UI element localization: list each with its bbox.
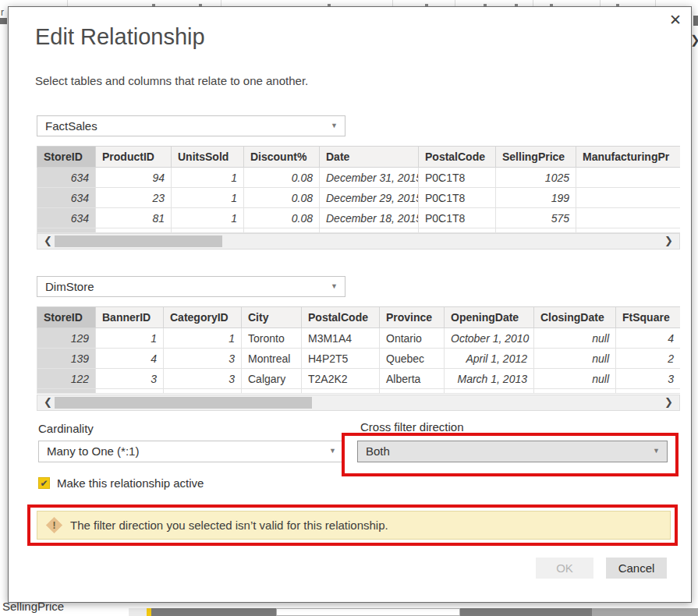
- table-cell[interactable]: 199: [496, 188, 576, 208]
- table-cell[interactable]: P0C1T8: [419, 208, 496, 228]
- column-header-postalcode[interactable]: PostalCode: [302, 307, 380, 328]
- table-cell[interactable]: 1: [96, 328, 164, 349]
- table-cell[interactable]: Quebec: [380, 349, 445, 369]
- column-header-province[interactable]: Province: [380, 307, 445, 328]
- table1-preview: StoreIDProductIDUnitsSoldDiscount%DatePo…: [37, 146, 680, 233]
- cardinality-label: Cardinality: [38, 422, 94, 435]
- scrollbar-thumb[interactable]: [55, 235, 222, 247]
- table-cell[interactable]: 4: [96, 349, 164, 369]
- table-cell[interactable]: Toronto: [242, 328, 302, 349]
- table-cell[interactable]: 634: [37, 168, 96, 188]
- column-header-storeid[interactable]: StoreID: [37, 147, 96, 168]
- cardinality-value: Many to One (*:1): [47, 444, 139, 458]
- table-cell[interactable]: 3: [164, 349, 242, 369]
- column-header-manufacturingpr[interactable]: ManufacturingPr: [576, 147, 681, 168]
- column-header-productid[interactable]: ProductID: [96, 147, 172, 168]
- table-cell[interactable]: Ontario: [380, 328, 445, 349]
- column-header-postalcode[interactable]: PostalCode: [419, 147, 496, 168]
- active-relationship-label: Make this relationship active: [57, 476, 204, 490]
- table-cell[interactable]: December 18, 2015: [320, 208, 419, 228]
- table-cell[interactable]: 634: [37, 188, 96, 208]
- table-cell[interactable]: 0.08: [244, 188, 320, 208]
- table-cell[interactable]: 94: [96, 168, 172, 188]
- background-bar-segment: [151, 608, 276, 616]
- table-cell[interactable]: Montreal: [242, 349, 302, 369]
- table-cell[interactable]: April 1, 2012: [445, 349, 534, 369]
- table-cell[interactable]: 129: [37, 328, 96, 349]
- table-cell[interactable]: Calgary: [242, 369, 302, 389]
- chevron-down-icon: ▼: [329, 441, 336, 461]
- column-header-closingdate[interactable]: ClosingDate: [534, 307, 616, 328]
- chevron-down-icon: ▼: [331, 116, 338, 136]
- table-cell[interactable]: 139: [37, 349, 96, 369]
- table1-scrollbar[interactable]: ❮ ❯: [37, 233, 680, 250]
- table-cell[interactable]: T2A2K2: [302, 369, 380, 389]
- table-cell[interactable]: 3: [96, 369, 164, 389]
- scroll-left-icon[interactable]: ❮: [44, 396, 52, 408]
- scroll-right-icon[interactable]: ❯: [664, 235, 673, 246]
- table-cell[interactable]: March 1, 2013: [445, 369, 534, 389]
- table2-select[interactable]: DimStore ▼: [37, 276, 345, 297]
- active-relationship-row: ✔ Make this relationship active: [38, 476, 204, 490]
- column-header-bannerid[interactable]: BannerID: [96, 307, 164, 328]
- column-header-storeid[interactable]: StoreID: [37, 307, 96, 328]
- table-cell[interactable]: 1: [172, 188, 244, 208]
- table-cell[interactable]: [576, 168, 681, 188]
- chevron-down-icon: ▼: [653, 441, 660, 461]
- table-cell[interactable]: 122: [37, 369, 96, 389]
- table-cell[interactable]: H4P2T5: [302, 349, 380, 369]
- scroll-left-icon[interactable]: ❮: [44, 235, 52, 246]
- ok-button[interactable]: OK: [536, 558, 593, 579]
- table-cell[interactable]: 23: [96, 188, 172, 208]
- table-row: 6348110.08December 18, 2015P0C1T8575: [37, 208, 681, 228]
- column-header-date[interactable]: Date: [320, 147, 419, 168]
- table-cell[interactable]: December 29, 2015: [320, 188, 419, 208]
- column-header-ftsquare[interactable]: FtSquare: [616, 307, 681, 328]
- cross-filter-select[interactable]: Both ▼: [357, 441, 668, 462]
- table2-scrollbar[interactable]: ❮ ❯: [37, 395, 680, 411]
- table1-select[interactable]: FactSales ▼: [37, 115, 345, 136]
- table-cell[interactable]: Alberta: [380, 369, 445, 389]
- background-text-fragment: r: [1, 7, 4, 18]
- scroll-right-icon[interactable]: ❯: [664, 396, 673, 408]
- column-header-openingdate[interactable]: OpeningDate: [445, 307, 534, 328]
- table-cell[interactable]: October 1, 2010: [445, 328, 534, 349]
- table-cell[interactable]: 0.08: [244, 168, 320, 188]
- table-cell[interactable]: null: [534, 369, 616, 389]
- table-cell[interactable]: 1: [172, 208, 244, 228]
- table-cell[interactable]: 575: [496, 208, 576, 228]
- column-header-city[interactable]: City: [242, 307, 302, 328]
- table-cell[interactable]: December 31, 2015: [320, 168, 419, 188]
- table-cell[interactable]: M3M1A4: [302, 328, 380, 349]
- table-cell[interactable]: 1: [164, 328, 242, 349]
- chevron-down-icon: ▼: [331, 277, 338, 296]
- table-cell[interactable]: 3: [164, 369, 242, 389]
- cardinality-select[interactable]: Many to One (*:1) ▼: [38, 441, 344, 462]
- table-cell[interactable]: 0.08: [244, 208, 320, 228]
- table-cell[interactable]: 634: [37, 208, 96, 228]
- column-header-sellingprice[interactable]: SellingPrice: [496, 147, 576, 168]
- screenshot-stage: r ❯ SellingPrice ✕ Edit Relationship Sel…: [0, 0, 698, 616]
- table-cell[interactable]: 81: [96, 208, 172, 228]
- table-cell[interactable]: null: [534, 328, 616, 349]
- column-header-unitssold[interactable]: UnitsSold: [172, 147, 244, 168]
- background-bar-segment: [129, 608, 147, 616]
- active-relationship-checkbox[interactable]: ✔: [38, 477, 50, 489]
- dialog-subtitle: Select tables and columns that relate to…: [35, 74, 308, 87]
- table-cell[interactable]: P0C1T8: [419, 188, 496, 208]
- column-header-categoryid[interactable]: CategoryID: [164, 307, 242, 328]
- table-cell[interactable]: [576, 208, 681, 228]
- table-cell[interactable]: null: [534, 349, 616, 369]
- scrollbar-thumb[interactable]: [55, 397, 312, 409]
- table-cell[interactable]: [576, 188, 681, 208]
- table-cell[interactable]: 3: [616, 369, 681, 389]
- close-icon[interactable]: ✕: [669, 11, 682, 29]
- table-cell[interactable]: 1: [172, 168, 244, 188]
- cancel-button[interactable]: Cancel: [606, 558, 667, 579]
- table-cell[interactable]: 4: [616, 328, 681, 349]
- table-cell[interactable]: 1025: [496, 168, 576, 188]
- table-cell[interactable]: 2: [616, 349, 681, 369]
- background-block: [693, 16, 698, 26]
- table-cell[interactable]: P0C1T8: [419, 168, 496, 188]
- column-header-discount%[interactable]: Discount%: [244, 147, 320, 168]
